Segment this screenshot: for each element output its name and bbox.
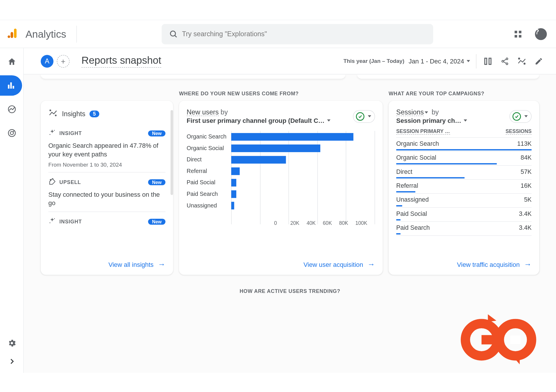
insight-tag: UPSELL xyxy=(59,179,81,185)
search-icon xyxy=(165,29,182,39)
svg-point-2 xyxy=(8,35,10,38)
svg-point-27 xyxy=(50,134,50,135)
link-text: View user acquisition xyxy=(303,261,363,268)
bar-label: Paid Search xyxy=(187,188,231,200)
sessions-title: Sessions by xyxy=(396,108,467,116)
session-channel: Paid Search xyxy=(396,224,519,231)
tag-icon xyxy=(48,177,56,187)
page-header: A ＋ Reports snapshot This year (Jan – To… xyxy=(24,48,556,74)
insights-scrollbar[interactable] xyxy=(171,110,173,195)
svg-rect-7 xyxy=(515,35,517,37)
bar-row xyxy=(231,188,375,200)
new-badge: New xyxy=(148,179,166,185)
session-channel: Referral xyxy=(396,182,521,189)
session-channel: Organic Social xyxy=(396,154,521,161)
chevron-down-icon xyxy=(464,119,467,121)
top-tools: ? xyxy=(509,25,549,43)
insight-item[interactable]: UPSELLNewStay connected to your business… xyxy=(48,172,165,212)
sidebar-home[interactable] xyxy=(1,52,22,72)
sessions-card: Sessions by Session primary ch… xyxy=(389,101,539,275)
chevron-down-icon xyxy=(524,115,528,117)
svg-rect-10 xyxy=(10,82,12,88)
sessions-dimension: Session primary ch… xyxy=(396,117,461,124)
table-row[interactable]: Paid Social3.4K xyxy=(396,208,531,222)
bar-label: Organic Social xyxy=(187,142,231,154)
sidebar-reports[interactable] xyxy=(0,75,22,96)
check-circle-icon xyxy=(513,112,521,121)
bar-row xyxy=(231,142,375,154)
sidebar-settings[interactable] xyxy=(1,333,22,353)
date-range-picker[interactable]: Jan 1 - Dec 4, 2024 xyxy=(409,57,470,65)
chevron-down-icon xyxy=(327,119,331,121)
compare-icon[interactable] xyxy=(481,54,495,68)
date-range-label: This year (Jan – Today) xyxy=(343,58,404,64)
arrow-right-icon xyxy=(367,260,375,269)
go-watermark xyxy=(456,314,537,367)
date-range-value-text: Jan 1 - Dec 4, 2024 xyxy=(409,57,464,65)
view-traffic-acquisition-link[interactable]: View traffic acquisition xyxy=(457,260,532,269)
table-row[interactable]: Organic Search113K xyxy=(396,138,531,152)
bar xyxy=(231,156,286,163)
svg-rect-0 xyxy=(14,28,17,38)
sparkle-icon xyxy=(48,129,56,138)
sessions-col1-header: SESSION PRIMARY … xyxy=(396,128,450,135)
session-count: 113K xyxy=(517,140,532,147)
table-row[interactable]: Unassigned5K xyxy=(396,194,531,208)
insight-body: Stay connected to your business on the g… xyxy=(48,190,165,207)
svg-rect-9 xyxy=(8,85,9,88)
insights-spark-icon[interactable] xyxy=(515,54,529,68)
brand: Analytics xyxy=(7,25,77,43)
sidebar-expand[interactable] xyxy=(1,355,22,368)
analytics-logo-icon xyxy=(7,28,18,40)
edit-icon[interactable] xyxy=(532,54,546,68)
search-box[interactable] xyxy=(162,24,433,44)
bar-row xyxy=(231,200,375,211)
add-comparison-button[interactable]: ＋ xyxy=(57,55,70,68)
session-channel: Organic Search xyxy=(396,140,517,147)
table-row[interactable]: Referral16K xyxy=(396,180,531,194)
bar xyxy=(231,190,236,198)
insight-item[interactable]: INSIGHTNewOrganic Search appeared in 47.… xyxy=(48,124,165,172)
sessions-metric[interactable]: Sessions xyxy=(396,108,424,116)
session-channel: Unassigned xyxy=(396,196,524,203)
svg-line-20 xyxy=(503,59,506,61)
sessions-dimension-dropdown[interactable]: Session primary ch… xyxy=(396,117,467,124)
svg-point-26 xyxy=(54,130,55,131)
svg-line-21 xyxy=(503,61,506,63)
session-minibar xyxy=(396,233,400,234)
chart-title: New users by xyxy=(187,108,331,116)
chart-dimension-dropdown[interactable]: First user primary channel group (Defaul… xyxy=(187,117,331,124)
sessions-table-head: SESSION PRIMARY … SESSIONS xyxy=(396,128,531,138)
session-channel: Direct xyxy=(396,168,521,175)
account-avatar[interactable]: A xyxy=(41,55,54,68)
chart-metric[interactable]: New users xyxy=(187,108,219,116)
chart-dimension: First user primary channel group (Defaul… xyxy=(187,117,325,124)
sidebar-advertising[interactable] xyxy=(1,123,22,143)
sessions-table-body: Organic Search113KOrganic Social84KDirec… xyxy=(396,138,531,236)
session-minibar xyxy=(396,219,400,220)
search-input[interactable] xyxy=(182,30,430,38)
view-all-insights-link[interactable]: View all insights xyxy=(108,260,165,269)
view-user-acquisition-link[interactable]: View user acquisition xyxy=(303,260,375,269)
session-channel: Paid Social xyxy=(396,210,519,217)
session-minibar xyxy=(396,205,402,206)
insight-item[interactable]: INSIGHTNew xyxy=(48,212,165,231)
previous-row-card-edges xyxy=(24,74,556,79)
sidebar-explore[interactable] xyxy=(1,99,22,119)
svg-rect-33 xyxy=(510,336,520,344)
help-button[interactable]: ? xyxy=(533,25,550,43)
help-icon: ? xyxy=(535,28,547,40)
svg-point-25 xyxy=(55,115,56,116)
table-row[interactable]: Direct57K xyxy=(396,166,531,180)
share-icon[interactable] xyxy=(498,54,512,68)
chart-status-dropdown[interactable] xyxy=(353,110,375,123)
table-row[interactable]: Paid Search3.4K xyxy=(396,222,531,236)
svg-point-3 xyxy=(171,31,175,36)
apps-icon[interactable] xyxy=(509,25,526,43)
arrow-right-icon xyxy=(158,260,165,269)
sessions-status-dropdown[interactable] xyxy=(509,110,531,123)
bar-row xyxy=(231,165,375,177)
new-users-card: New users by First user primary channel … xyxy=(179,101,383,275)
table-row[interactable]: Organic Social84K xyxy=(396,152,531,166)
svg-point-28 xyxy=(50,179,51,180)
